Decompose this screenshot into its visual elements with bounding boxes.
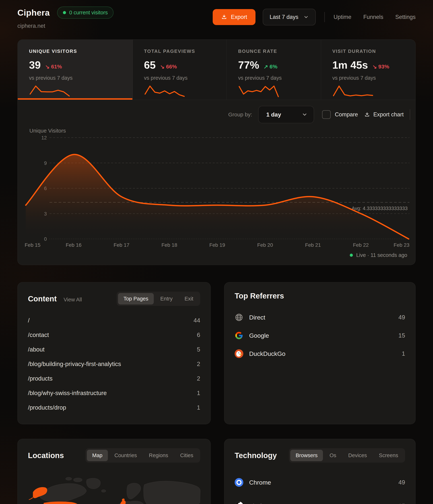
page-row[interactable]: /44 — [28, 313, 200, 328]
tab-exit[interactable]: Exit — [179, 293, 199, 305]
svg-text:Feb 16: Feb 16 — [66, 242, 81, 248]
site-domain: ciphera.net — [17, 23, 113, 29]
svg-text:Feb 20: Feb 20 — [257, 242, 273, 248]
stat-bounce-rate[interactable]: BOUNCE RATE 77% ↗6% vs previous 7 days — [227, 40, 321, 100]
delta-value: 6% — [270, 63, 277, 70]
tab-top-pages[interactable]: Top Pages — [118, 293, 154, 305]
dashboard-page: Ciphera 0 current visitors ciphera.net E… — [0, 0, 433, 504]
tab-cities[interactable]: Cities — [175, 450, 199, 461]
stat-compare-label: vs previous 7 days — [144, 75, 215, 81]
stats-row: UNIQUE VISITORS 39 ↘61% vs previous 7 da… — [18, 40, 415, 100]
site-title: Ciphera — [17, 8, 50, 18]
map-uk-highlight — [120, 499, 126, 504]
svg-text:Feb 19: Feb 19 — [209, 242, 225, 248]
sparkline-chart — [332, 85, 374, 99]
trend-down-icon: ↘ — [160, 63, 165, 70]
sparkline-chart — [238, 85, 279, 99]
visitors-chart: Unique Visitors 129630Avg: 4.33333333333… — [18, 129, 415, 249]
analytics-card: UNIQUE VISITORS 39 ↘61% vs previous 7 da… — [17, 39, 416, 265]
nav-settings[interactable]: Settings — [395, 14, 416, 20]
compare-toggle[interactable]: Compare — [322, 110, 358, 119]
header-nav: Uptime Funnels Settings — [333, 14, 416, 20]
stat-label: VISIT DURATION — [332, 48, 404, 54]
page-count: 5 — [197, 346, 200, 353]
world-map[interactable] — [28, 469, 200, 504]
referrer-row[interactable]: Google 15 — [235, 326, 405, 345]
group-by-label: Group by: — [228, 111, 252, 118]
page-row[interactable]: /products/drop1 — [28, 400, 200, 415]
pages-list: /44 /contact6 /about5 /blog/building-pri… — [28, 313, 200, 415]
page-path: /blog/why-swiss-infrastructure — [28, 390, 107, 396]
tab-countries[interactable]: Countries — [109, 450, 142, 461]
referrer-row[interactable]: DuckDuckGo 1 — [235, 345, 405, 363]
site-identity: Ciphera 0 current visitors ciphera.net — [17, 7, 113, 29]
tab-os[interactable]: Os — [324, 450, 342, 461]
stat-value: 77% — [238, 59, 259, 71]
referrer-count: 1 — [402, 350, 405, 357]
page-count: 2 — [197, 375, 200, 382]
referrers-title: Top Referrers — [235, 292, 284, 300]
live-dot-icon — [350, 254, 353, 257]
browser-row[interactable]: Chrome 49 — [235, 471, 405, 494]
live-label: Live · 11 seconds ago — [356, 252, 407, 258]
stat-total-pageviews[interactable]: TOTAL PAGEVIEWS 65 ↘66% vs previous 7 da… — [133, 40, 227, 100]
svg-text:Feb 18: Feb 18 — [161, 242, 177, 248]
stat-unique-visitors[interactable]: UNIQUE VISITORS 39 ↘61% vs previous 7 da… — [18, 40, 133, 100]
export-button[interactable]: Export — [213, 9, 255, 25]
nav-funnels[interactable]: Funnels — [363, 14, 383, 20]
duckduckgo-icon — [235, 349, 243, 358]
svg-text:Feb 22: Feb 22 — [353, 242, 369, 248]
trend-up-icon: ↗ — [263, 63, 268, 70]
current-visitors-label: 0 current visitors — [69, 10, 108, 16]
live-dot-icon — [63, 11, 66, 14]
svg-text:Feb 21: Feb 21 — [305, 242, 321, 248]
compare-checkbox[interactable] — [322, 110, 331, 119]
chevron-down-icon — [303, 14, 309, 20]
google-icon — [235, 331, 243, 340]
stat-label: BOUNCE RATE — [238, 48, 309, 54]
view-all-link[interactable]: View All — [64, 297, 82, 303]
referrers-card: Top Referrers Direct 49 Google 15 DuckDu… — [224, 282, 416, 424]
stat-value: 39 — [29, 59, 41, 71]
svg-text:Feb 15: Feb 15 — [25, 242, 40, 248]
line-chart[interactable]: 129630Avg: 4.333333333333333Feb 15Feb 16… — [18, 129, 415, 249]
tab-map[interactable]: Map — [87, 450, 108, 461]
page-row[interactable]: /contact6 — [28, 328, 200, 342]
export-chart-button[interactable]: Export chart — [364, 111, 404, 118]
stat-compare-label: vs previous 7 days — [29, 75, 121, 81]
chevron-down-icon — [302, 112, 308, 117]
stat-delta: ↘61% — [45, 63, 62, 70]
referrer-count: 49 — [398, 314, 405, 321]
page-count: 6 — [197, 332, 200, 338]
page-row[interactable]: /about5 — [28, 342, 200, 357]
nav-uptime[interactable]: Uptime — [333, 14, 351, 20]
svg-text:Feb 17: Feb 17 — [113, 242, 129, 248]
page-path: / — [28, 317, 30, 324]
browser-row[interactable]: Firefox 15 — [235, 494, 405, 504]
tab-browsers[interactable]: Browsers — [290, 450, 323, 461]
svg-text:9: 9 — [44, 161, 47, 166]
download-icon — [221, 14, 227, 20]
tab-devices[interactable]: Devices — [343, 450, 372, 461]
current-visitors-badge[interactable]: 0 current visitors — [57, 7, 114, 19]
group-by-value: 1 day — [266, 111, 281, 118]
map-russia — [144, 481, 200, 504]
group-by-select[interactable]: 1 day — [258, 106, 314, 123]
stat-value: 1m 45s — [332, 59, 368, 71]
tab-screens[interactable]: Screens — [373, 450, 404, 461]
page-count: 1 — [197, 390, 200, 396]
page-row[interactable]: /blog/why-swiss-infrastructure1 — [28, 386, 200, 400]
tab-entry[interactable]: Entry — [155, 293, 178, 305]
date-range-select[interactable]: Last 7 days — [263, 9, 316, 25]
tab-regions[interactable]: Regions — [143, 450, 173, 461]
referrer-row[interactable]: Direct 49 — [235, 308, 405, 326]
referrer-name: DuckDuckGo — [249, 350, 402, 357]
page-row[interactable]: /blog/building-privacy-first-analytics2 — [28, 357, 200, 371]
page-row[interactable]: /products2 — [28, 371, 200, 386]
stat-compare-label: vs previous 7 days — [238, 75, 309, 81]
map-canada — [40, 484, 87, 503]
sparkline-chart — [29, 85, 70, 99]
stat-visit-duration[interactable]: VISIT DURATION 1m 45s ↘93% vs previous 7… — [321, 40, 415, 100]
locations-tabs: Map Countries Regions Cities — [85, 448, 200, 463]
technology-tabs: Browsers Os Devices Screens — [289, 448, 405, 463]
